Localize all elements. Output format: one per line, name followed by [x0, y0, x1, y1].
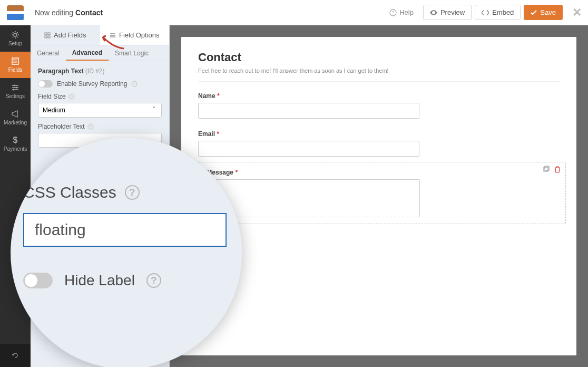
grid-icon — [44, 32, 51, 38]
nav-undo[interactable] — [0, 344, 31, 367]
svg-point-10 — [14, 85, 15, 86]
embed-button[interactable]: Embed — [475, 5, 521, 20]
placeholder-label: Placeholder Text — [38, 123, 85, 130]
nav-setup[interactable]: Setup — [0, 25, 31, 52]
svg-point-2 — [14, 33, 17, 36]
svg-text:?: ? — [392, 10, 395, 15]
help-icon[interactable]: ? — [125, 185, 140, 200]
logo — [0, 5, 31, 20]
list-icon — [11, 57, 19, 65]
preview-button[interactable]: Preview — [423, 5, 472, 20]
field-size-select[interactable]: Medium — [38, 103, 162, 118]
preview-area: Contact Feel free to reach out to me! I'… — [170, 25, 588, 367]
trash-icon[interactable] — [554, 166, 561, 173]
svg-rect-17 — [48, 36, 50, 38]
sliders-icon — [110, 32, 116, 38]
svg-rect-28 — [545, 166, 549, 170]
help-icon[interactable]: ? — [68, 93, 75, 100]
email-input[interactable] — [198, 141, 419, 157]
save-button[interactable]: Save — [524, 5, 563, 20]
help-icon[interactable]: ? — [87, 123, 94, 130]
help-icon[interactable]: ? — [131, 81, 138, 87]
help-icon[interactable]: ? — [146, 273, 161, 288]
subtab-advanced[interactable]: Advanced — [66, 45, 109, 61]
field-name[interactable]: Name * — [198, 92, 560, 119]
form-description: Feel free to reach out to me! I'll answe… — [198, 67, 560, 82]
close-button[interactable]: ✕ — [572, 6, 582, 20]
svg-point-12 — [13, 89, 15, 91]
nav-marketing[interactable]: Marketing — [0, 104, 31, 131]
svg-text:?: ? — [70, 94, 73, 99]
hide-label-toggle[interactable] — [23, 273, 53, 288]
now-editing-label: Now editing Contact — [35, 8, 103, 17]
subtab-general[interactable]: General — [31, 45, 66, 61]
css-classes-input[interactable] — [23, 213, 227, 247]
survey-report-toggle[interactable] — [38, 80, 53, 88]
check-icon — [531, 10, 537, 15]
help-button[interactable]: ? Help — [389, 8, 414, 16]
survey-report-label: Enable Survey Reporting — [57, 80, 127, 88]
form-card: Contact Feel free to reach out to me! I'… — [181, 37, 576, 355]
svg-text:?: ? — [89, 124, 92, 129]
tab-add-fields[interactable]: Add Fields — [31, 25, 100, 45]
duplicate-icon[interactable] — [542, 166, 550, 173]
form-title: Contact — [198, 51, 560, 64]
gear-icon — [11, 31, 19, 39]
subtab-smart-logic[interactable]: Smart Logic — [109, 45, 155, 61]
name-input[interactable] — [198, 103, 419, 119]
topbar: Now editing Contact ? Help Preview Embed… — [0, 0, 588, 25]
svg-text:$: $ — [13, 136, 18, 144]
svg-point-11 — [16, 87, 17, 89]
svg-rect-14 — [45, 33, 47, 35]
hide-label-text: Hide Label — [64, 272, 135, 289]
undo-icon — [11, 351, 19, 360]
nav-settings[interactable]: Settings — [0, 78, 31, 104]
selected-field[interactable]: or Message * — [192, 162, 566, 224]
tab-field-options[interactable]: Field Options — [100, 25, 170, 45]
svg-rect-15 — [48, 33, 50, 35]
field-email[interactable]: Email * — [198, 130, 560, 157]
nav-payments[interactable]: $ Payments — [0, 131, 31, 157]
css-classes-label: CSS Classes — [23, 183, 116, 201]
sliders-icon — [11, 83, 19, 92]
field-type-header: Paragraph Text (ID #2) — [38, 67, 162, 75]
dollar-icon: $ — [11, 136, 19, 144]
svg-text:?: ? — [133, 82, 136, 86]
zoom-callout: CSS Classes ? Hide Label ? — [11, 137, 242, 367]
megaphone-icon — [11, 110, 19, 118]
help-icon: ? — [389, 9, 397, 16]
logo-icon — [7, 5, 24, 20]
svg-rect-16 — [45, 36, 47, 38]
code-icon — [482, 10, 489, 15]
eye-icon — [430, 10, 437, 15]
field-size-label: Field Size — [38, 93, 66, 100]
nav-fields[interactable]: Fields — [0, 52, 31, 78]
svg-rect-27 — [544, 167, 548, 171]
